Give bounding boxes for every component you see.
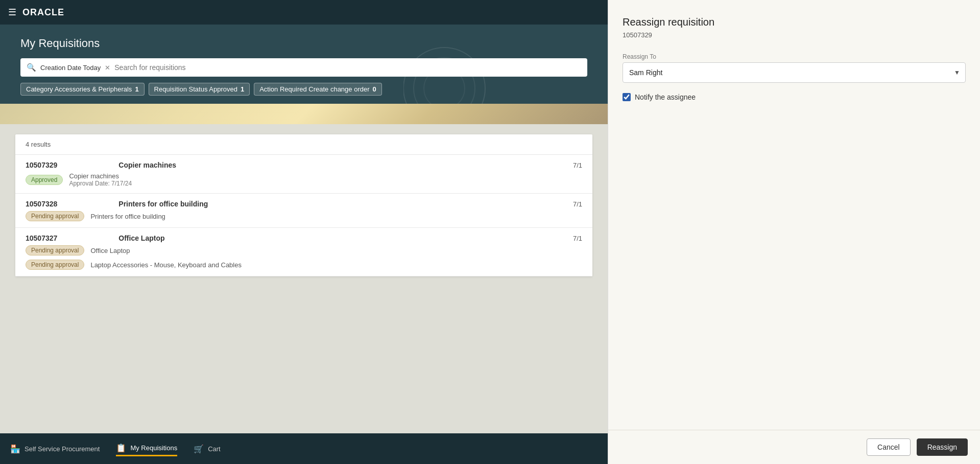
panel-footer: Cancel Reassign [608,430,980,464]
status-badge: Approved [26,175,63,185]
req-date: 7/1 [573,161,582,169]
table-row[interactable]: 10507329 Copier machines 7/1 Approved Co… [15,155,592,194]
table-row[interactable]: 10507327 Office Laptop 7/1 Pending appro… [15,228,592,276]
nav-label-self-service: Self Service Procurement [25,445,100,453]
req-approval-info: Approval Date: 7/17/24 [69,180,132,187]
status-badge: Pending approval [26,245,84,256]
nav-item-my-requisitions[interactable]: 📋 My Requisitions [116,441,177,456]
reassign-to-select[interactable]: Sam Right ▼ [623,62,966,83]
field-label: Reassign To [623,53,966,60]
nav-item-cart[interactable]: 🛒 Cart [194,442,221,456]
cart-icon: 🛒 [194,444,204,454]
search-bar: 🔍 Creation Date Today ✕ [20,58,587,77]
req-date: 7/1 [573,200,582,208]
reassign-to-value: Sam Right [629,68,947,77]
status-badge: Pending approval [26,211,84,221]
main-area: ☰ ORACLE My Requisitions 🔍 Creation Date… [0,0,608,464]
requisition-icon: 📋 [116,443,126,453]
content-area: 4 results 10507329 Copier machines 7/1 A… [0,124,608,464]
bottom-nav: 🏪 Self Service Procurement 📋 My Requisit… [0,433,608,464]
store-icon: 🏪 [10,444,20,454]
right-panel: Reassign requisition 10507329 Reassign T… [608,0,980,464]
req-description: Office Laptop [90,247,130,254]
notify-label: Notify the assignee [635,93,696,101]
req-description: Printers for office building [90,213,165,220]
reassign-to-field: Reassign To Sam Right ▼ [623,53,966,83]
table-row[interactable]: 10507328 Printers for office building 7/… [15,194,592,228]
req-description-sub: Laptop Accessories - Mouse, Keyboard and… [90,261,242,269]
top-nav: ☰ ORACLE [0,0,608,25]
req-name: Printers for office building [118,200,208,208]
page-header: My Requisitions 🔍 Creation Date Today ✕ … [0,25,608,104]
results-count: 4 results [15,134,592,155]
req-id: 10507327 [26,234,57,242]
req-id: 10507328 [26,200,57,208]
panel-subtitle: 10507329 [623,31,966,39]
req-name: Office Laptop [118,234,164,242]
filter-tag-action[interactable]: Action Required Create change order 0 [254,83,382,96]
table-panel: 4 results 10507329 Copier machines 7/1 A… [15,134,592,276]
clear-filter-icon[interactable]: ✕ [105,64,110,72]
req-name: Copier machines [118,161,176,169]
nav-label-my-requisitions: My Requisitions [130,444,177,452]
notify-checkbox[interactable] [623,93,631,101]
page-title: My Requisitions [20,37,587,50]
right-panel-content: Reassign requisition 10507329 Reassign T… [608,0,980,430]
chevron-down-icon: ▼ [954,69,960,76]
req-id: 10507329 [26,161,57,169]
filter-tag-status[interactable]: Requisition Status Approved 1 [149,83,250,96]
search-icon: 🔍 [27,63,36,72]
req-date: 7/1 [573,235,582,242]
active-filter-tag[interactable]: Creation Date Today [40,64,101,72]
search-input[interactable] [114,63,581,72]
notify-checkbox-row: Notify the assignee [623,93,966,101]
filter-tag-category[interactable]: Category Accessories & Peripherals 1 [20,83,145,96]
reassign-button[interactable]: Reassign [917,438,968,456]
nav-item-self-service[interactable]: 🏪 Self Service Procurement [10,442,100,456]
panel-title: Reassign requisition [623,16,966,28]
banner-strip [0,104,608,124]
hamburger-icon[interactable]: ☰ [8,7,16,18]
oracle-logo: ORACLE [22,7,64,18]
cancel-button[interactable]: Cancel [867,438,911,456]
req-description: Copier machines [69,172,132,180]
nav-label-cart: Cart [208,445,221,453]
status-badge-sub: Pending approval [26,260,84,270]
filter-tags: Category Accessories & Peripherals 1 Req… [20,83,587,96]
